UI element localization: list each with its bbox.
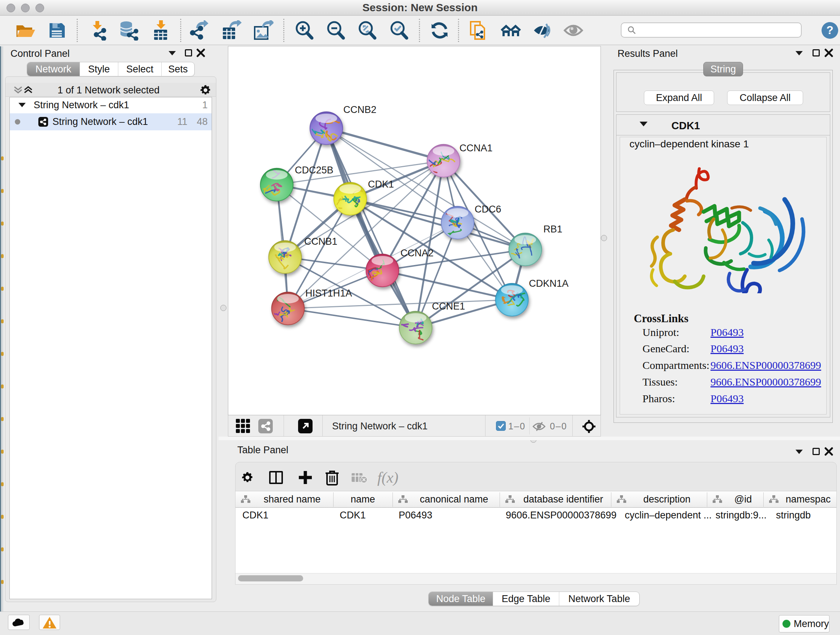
svg-text:CDC25B: CDC25B: [295, 165, 333, 176]
svg-text:CCNE1: CCNE1: [432, 301, 465, 312]
svg-text:RB1: RB1: [543, 224, 562, 234]
svg-text:CDK1: CDK1: [368, 179, 394, 190]
svg-text:CDC6: CDC6: [475, 204, 501, 215]
svg-text:CDKN1A: CDKN1A: [529, 278, 569, 289]
svg-text:HIST1H1A: HIST1H1A: [305, 288, 352, 299]
svg-text:CCNB2: CCNB2: [343, 104, 377, 115]
svg-text:CCNA2: CCNA2: [401, 248, 434, 258]
svg-text:CCNB1: CCNB1: [304, 236, 338, 247]
svg-text:CCNA1: CCNA1: [459, 143, 493, 154]
